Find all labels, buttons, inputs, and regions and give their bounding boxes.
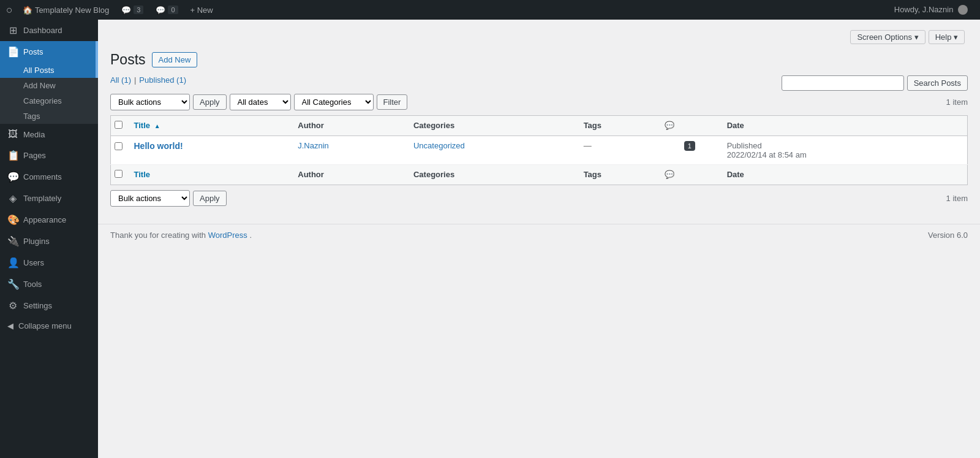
sidebar-item-settings[interactable]: ⚙ Settings (0, 295, 98, 316)
sidebar-item-comments[interactable]: 💬 Comments (0, 166, 98, 188)
adminbar-new[interactable]: + New (184, 0, 219, 20)
pending-icon: 💬 (156, 6, 165, 15)
wp-logo[interactable]: ○ (6, 4, 13, 17)
apply-button-top[interactable]: Apply (193, 94, 227, 110)
tfoot-th-date: Date (721, 164, 968, 185)
sidebar-item-plugins[interactable]: 🔌 Plugins (0, 231, 98, 252)
tfoot-th-tags: Tags (578, 164, 658, 185)
sidebar-item-tools[interactable]: 🔧 Tools (0, 273, 98, 295)
adminbar-comments[interactable]: 💬 3 (115, 0, 149, 20)
comment-bubble-icon: 💬 (121, 6, 131, 15)
sidebar-item-label: Dashboard (23, 26, 62, 35)
footer-left: Thank you for creating with WordPress . (110, 231, 252, 240)
bulk-actions-select-bottom[interactable]: Bulk actions (110, 190, 190, 207)
screen-options-button[interactable]: Screen Options ▾ (850, 30, 925, 44)
filter-sep: | (134, 75, 136, 85)
row-author: J.Naznin (292, 135, 407, 164)
wp-layout: ⊞ Dashboard 📄 Posts All Posts Add New Ca… (0, 20, 980, 458)
admin-bar: ○ 🏠 Templately New Blog 💬 3 💬 0 + New Ho… (0, 0, 980, 20)
post-title-link[interactable]: Hello world! (134, 141, 183, 151)
select-all-checkbox-top[interactable] (115, 121, 123, 129)
search-posts-area: Search Posts (782, 75, 968, 91)
home-icon: 🏠 (23, 6, 32, 15)
row-select-checkbox[interactable] (115, 142, 123, 150)
bulk-actions-select-top[interactable]: Bulk actions (110, 94, 190, 110)
comment-count-link[interactable]: 1 (684, 141, 695, 151)
tfoot-th-categories: Categories (407, 164, 578, 185)
th-categories: Categories (407, 115, 578, 135)
sidebar-item-users[interactable]: 👤 Users (0, 252, 98, 273)
sidebar-item-dashboard[interactable]: ⊞ Dashboard (0, 20, 98, 41)
tfoot-th-author: Author (292, 164, 407, 185)
adminbar-pending[interactable]: 💬 0 (149, 0, 184, 20)
table-header-row: Title ▲ Author Categories Tags (111, 115, 968, 135)
sidebar-item-label: Templately (23, 194, 61, 203)
th-title: Title ▲ (128, 115, 292, 135)
row-comments: 1 (658, 135, 721, 164)
settings-icon: ⚙ (7, 300, 18, 311)
row-title: Hello world! (128, 135, 292, 164)
pending-count: 0 (168, 6, 178, 14)
add-new-button[interactable]: Add New (152, 52, 198, 67)
sort-title-link-bottom[interactable]: Title (134, 170, 151, 179)
sort-arrow: ▲ (154, 123, 160, 129)
help-button[interactable]: Help ▾ (929, 30, 965, 44)
filter-published-link[interactable]: Published (1) (139, 75, 186, 85)
sidebar-item-appearance[interactable]: 🎨 Appearance (0, 209, 98, 231)
sidebar-item-label: Posts (23, 47, 43, 56)
posts-table: Title ▲ Author Categories Tags (110, 115, 968, 185)
category-link[interactable]: Uncategorized (413, 141, 465, 150)
footer-version: Version 6.0 (928, 231, 968, 240)
sidebar-item-label: Media (23, 130, 45, 139)
filter-all-link[interactable]: All (1) (110, 75, 131, 85)
posts-icon: 📄 (7, 46, 18, 58)
search-posts-input[interactable] (782, 75, 904, 91)
adminbar-user[interactable]: Howdy, J.Naznin (888, 5, 974, 15)
th-checkbox (111, 115, 128, 135)
sidebar-item-label: Comments (23, 172, 62, 181)
th-tags: Tags (578, 115, 658, 135)
submenu-all-posts[interactable]: All Posts (0, 63, 98, 78)
comments-count: 3 (134, 6, 143, 14)
wordpress-link[interactable]: WordPress (208, 231, 250, 240)
post-filter-links: All (1) | Published (1) (110, 75, 782, 85)
table-footer-row: Title Author Categories Tags (111, 164, 968, 185)
author-link[interactable]: J.Naznin (298, 141, 329, 150)
wp-footer: Thank you for creating with WordPress . … (98, 224, 980, 246)
posts-submenu: All Posts Add New Categories Tags (0, 63, 98, 124)
sort-title-link[interactable]: Title ▲ (134, 121, 160, 130)
page-title-area: Posts Add New (110, 51, 968, 69)
dashboard-icon: ⊞ (7, 25, 18, 36)
item-count-bottom: 1 item (946, 194, 968, 203)
wp-body: Screen Options ▾ Help ▾ Posts Add New Se (98, 20, 980, 458)
filter-button[interactable]: Filter (377, 94, 408, 110)
top-bar: Screen Options ▾ Help ▾ (110, 26, 968, 48)
sidebar-item-templately[interactable]: ◈ Templately (0, 188, 98, 209)
dates-select[interactable]: All dates (230, 94, 291, 110)
apply-button-bottom[interactable]: Apply (193, 191, 227, 206)
row-checkbox (111, 135, 128, 164)
search-posts-button[interactable]: Search Posts (907, 75, 968, 91)
categories-select[interactable]: All Categories (294, 94, 374, 110)
comments-footer-icon: 💬 (665, 170, 674, 179)
new-label: + New (190, 6, 213, 15)
appearance-icon: 🎨 (7, 214, 18, 226)
sidebar-item-media[interactable]: 🖼 Media (0, 124, 98, 145)
submenu-add-new[interactable]: Add New (0, 78, 98, 93)
tools-icon: 🔧 (7, 278, 18, 290)
sidebar-item-pages[interactable]: 📋 Pages (0, 145, 98, 166)
tfoot-checkbox (111, 164, 128, 185)
select-all-checkbox-bottom[interactable] (115, 170, 123, 178)
user-avatar (958, 5, 968, 15)
site-name: Templately New Blog (35, 6, 109, 15)
sidebar: ⊞ Dashboard 📄 Posts All Posts Add New Ca… (0, 20, 98, 458)
item-count-top: 1 item (946, 97, 968, 107)
sidebar-item-label: Settings (23, 301, 52, 310)
plugins-icon: 🔌 (7, 235, 18, 247)
sidebar-item-posts[interactable]: 📄 Posts (0, 41, 98, 63)
submenu-tags[interactable]: Tags (0, 109, 98, 124)
submenu-categories[interactable]: Categories (0, 93, 98, 109)
tfoot-th-comments: 💬 (658, 164, 721, 185)
adminbar-site[interactable]: 🏠 Templately New Blog (17, 0, 115, 20)
collapse-menu[interactable]: ◀ Collapse menu (0, 316, 98, 335)
